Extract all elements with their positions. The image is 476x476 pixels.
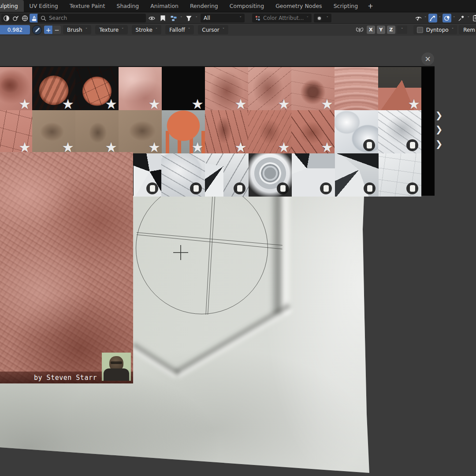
brush-thumbnail[interactable]: ★ [75, 67, 119, 110]
brush-thumbnail[interactable]: ★ [119, 110, 162, 153]
cursor-panel-dropdown[interactable]: Cursor ˅ [198, 25, 228, 34]
tab-shading[interactable]: Shading [111, 0, 145, 12]
remove-button[interactable]: − [52, 26, 61, 34]
mode-brush-active-icon[interactable] [30, 14, 38, 22]
tab-scripting[interactable]: Scripting [328, 0, 364, 12]
tab-geometry-nodes[interactable]: Geometry Nodes [270, 0, 327, 12]
brush-thumbnail[interactable]: ★ [205, 67, 248, 110]
texture-panel-dropdown[interactable]: Texture ˅ [95, 25, 127, 34]
chevron-down-icon: ˅ [452, 28, 454, 32]
brush-thumbnail[interactable]: ★ [162, 67, 205, 110]
brush-thumbnail[interactable]: ★ [32, 67, 75, 110]
tab-uv-editing[interactable]: UV Editing [24, 0, 64, 12]
bookmark-icon[interactable] [158, 14, 167, 22]
close-shelf-button[interactable]: ✕ [421, 52, 434, 65]
tab-sculpting[interactable]: ulpting [0, 0, 24, 12]
gizmo-arrow-icon[interactable] [428, 14, 437, 22]
brush-thumbnail[interactable]: ★ [0, 110, 32, 153]
tab-compositing[interactable]: Compositing [224, 0, 270, 12]
favorite-star-icon: ★ [19, 141, 31, 153]
brush-thumbnail[interactable] [292, 153, 335, 197]
brush-thumbnail[interactable] [335, 153, 379, 197]
symmetry-x-button[interactable]: X [367, 26, 375, 34]
symmetry-z-button[interactable]: Z [387, 26, 395, 34]
chevron-right-icon[interactable]: ❯ [435, 138, 447, 150]
favorite-star-icon: ★ [19, 97, 31, 110]
overlays-icon[interactable] [443, 14, 451, 22]
asset-type-badge-icon [190, 182, 202, 194]
mode-sculpt-icon[interactable] [11, 14, 20, 22]
dot-icon [317, 16, 322, 21]
mode-globe-icon[interactable] [20, 14, 29, 22]
brush-thumbnail[interactable]: ★ [378, 67, 421, 110]
square-glyph [410, 185, 415, 192]
brush-strength-slider[interactable]: 0.982 [0, 25, 30, 34]
brush-thumbnail[interactable]: ★ [291, 110, 335, 153]
chevron-down-icon: ˅ [86, 28, 88, 32]
asset-library-select[interactable]: All ˅ [201, 14, 245, 22]
favorite-star-icon: ★ [234, 141, 247, 153]
asset-type-badge-icon [234, 182, 245, 194]
brush-thumbnail[interactable]: ★ [248, 110, 291, 153]
symmetry-y-button[interactable]: Y [377, 26, 385, 34]
favorite-star-icon: ★ [105, 141, 117, 153]
color-attribute-select[interactable]: Color Attribut... ˅ [252, 14, 312, 22]
brush-thumbnail[interactable] [378, 110, 421, 153]
brush-thumbnail[interactable]: ★ [0, 67, 32, 110]
chevron-down-icon[interactable]: ˅ [468, 16, 470, 20]
chevron-down-icon: ˅ [240, 16, 242, 20]
eyedropper-icon[interactable] [457, 14, 466, 22]
brush-thumbnail[interactable] [161, 153, 205, 197]
chevron-down-icon[interactable]: ˅ [424, 16, 427, 20]
eye-icon[interactable] [147, 14, 156, 22]
dropdown-label: Cursor [202, 27, 219, 33]
brush-thumbnail[interactable] [379, 153, 421, 197]
falloff-panel-dropdown[interactable]: Falloff ˅ [165, 25, 194, 34]
brush-thumbnail[interactable] [335, 110, 378, 153]
brush-thumbnail[interactable]: ★ [291, 67, 335, 110]
add-workspace-button[interactable]: + [364, 0, 377, 12]
shelf-expand-arrows[interactable]: ❯ ❯ ❯ [435, 109, 447, 150]
dropdown-label: Brush [67, 27, 82, 33]
catalog-tree-icon[interactable] [169, 14, 178, 22]
brush-thumbnail[interactable]: ★ [32, 110, 75, 153]
symmetry-dropdown[interactable]: ˅ [397, 26, 407, 34]
chevron-right-icon[interactable]: ❯ [435, 123, 447, 136]
search-input[interactable]: Search [37, 14, 146, 22]
dyntopo-checkbox[interactable] [417, 27, 423, 33]
brush-thumbnail[interactable] [134, 153, 161, 197]
filter-funnel-icon[interactable] [185, 14, 193, 22]
remesh-button[interactable]: Rem [459, 25, 476, 34]
favorite-star-icon: ★ [62, 97, 74, 110]
dyntopo-toggle[interactable]: Dyntopo ˅ [413, 25, 457, 34]
search-icon [41, 15, 46, 21]
brush-thumbnail[interactable]: ★ [119, 67, 162, 110]
brush-thumbnail[interactable] [205, 153, 249, 197]
chevron-down-icon[interactable]: ˅ [439, 16, 441, 20]
brush-thumbnail[interactable] [249, 153, 292, 197]
chevron-down-icon[interactable]: ˅ [180, 16, 182, 20]
add-button[interactable]: + [44, 26, 52, 34]
brush-thumbnail[interactable] [335, 67, 378, 110]
chevron-down-icon[interactable]: ˅ [453, 16, 455, 20]
brush-thumbnail[interactable]: ★ [75, 110, 119, 153]
display-mode-select[interactable]: ˅ [314, 14, 331, 22]
brush-thumbnail[interactable]: ★ [248, 67, 291, 110]
chevron-right-icon[interactable]: ❯ [435, 109, 447, 122]
clipboard-icon[interactable] [471, 14, 476, 22]
tab-texture-paint[interactable]: Texture Paint [64, 0, 111, 12]
show-gizmo-icon[interactable] [414, 14, 423, 22]
brush-thumbnail[interactable]: ★ [205, 110, 248, 153]
tool-settings-header: 0.982 + − Brush ˅ Texture ˅ Stroke ˅ Fal… [0, 24, 476, 36]
active-brush-button[interactable] [32, 25, 42, 35]
mode-sphere-icon[interactable] [2, 14, 11, 22]
tab-animation[interactable]: Animation [145, 0, 184, 12]
chevron-down-icon[interactable]: ˅ [196, 16, 198, 20]
asset-type-badge-icon [146, 182, 158, 194]
stroke-panel-dropdown[interactable]: Stroke ˅ [132, 25, 162, 34]
chevron-down-icon: ˅ [223, 28, 225, 32]
brush-thumbnail[interactable]: ★ [162, 110, 205, 153]
tab-rendering[interactable]: Rendering [184, 0, 224, 12]
workspace-tabbar: ulpting UV Editing Texture Paint Shading… [0, 0, 476, 12]
brush-panel-dropdown[interactable]: Brush ˅ [63, 25, 91, 34]
